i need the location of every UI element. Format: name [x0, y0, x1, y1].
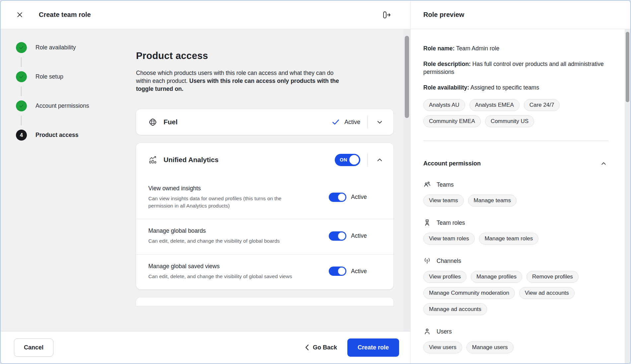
users-permission-chips: View users Manage users	[423, 341, 608, 353]
chevron-up-icon	[376, 156, 384, 164]
product-list: Fuel Active	[136, 109, 393, 306]
teams-permission-chips: View teams Manage teams	[423, 195, 608, 207]
analytics-product-icon	[148, 155, 157, 164]
product-card-header: Unified Analytics ON	[136, 143, 393, 177]
role-name-row: Role name: Team Admin role	[423, 44, 608, 52]
section-name: Teams	[437, 181, 454, 188]
permission-title: Manage global boards	[148, 227, 329, 234]
product-name: Unified Analytics	[164, 156, 219, 164]
permission-chip: Manage Community moderation	[423, 287, 515, 299]
permission-row-manage-global-saved-views: Manage global saved views Can edit, dele…	[136, 254, 393, 290]
permission-row-manage-global-boards: Manage global boards Can edit, delete, a…	[136, 219, 393, 254]
permission-chip: View users	[423, 341, 462, 353]
role-name-label: Role name:	[423, 45, 455, 52]
permission-chip: Manage profiles	[471, 271, 522, 283]
section-name: Team roles	[437, 219, 465, 226]
toggle-knob	[338, 232, 345, 240]
permission-chip: View team roles	[423, 233, 475, 245]
permission-chip: View teams	[423, 195, 464, 207]
create-team-role-dialog: Create team role Role preview Role avail…	[0, 0, 631, 364]
step-label: Role availability	[35, 44, 76, 51]
preview-scrollbar-thumb[interactable]	[626, 32, 629, 102]
step-complete-icon	[16, 71, 27, 82]
permission-toggle[interactable]	[329, 267, 346, 276]
collapse-section-button[interactable]	[599, 159, 608, 168]
step-complete-icon	[16, 42, 27, 53]
account-permission-header: Account permission	[423, 159, 608, 168]
permission-description: Can edit, delete, and change the visibil…	[148, 273, 298, 280]
dialog-footer: Cancel Go Back Create role	[1, 331, 410, 363]
collapse-product-button[interactable]	[375, 155, 385, 165]
collapse-preview-panel-button[interactable]	[381, 9, 393, 21]
assigned-teams-chips: Analysts AU Analysts EMEA Care 24/7 Comm…	[423, 99, 608, 127]
step-role-availability[interactable]: Role availability	[16, 42, 136, 53]
cancel-button[interactable]: Cancel	[14, 338, 53, 357]
step-connector	[21, 87, 22, 96]
expand-product-button[interactable]	[375, 117, 385, 127]
product-access-content: Product access Choose which products use…	[136, 29, 410, 331]
close-icon	[17, 12, 23, 18]
team-roles-permission-chips: View team roles Manage team roles	[423, 233, 608, 245]
wizard-body: Role availability Role setup Account per…	[1, 29, 410, 331]
permission-description: Can view insights data for owned profile…	[148, 195, 298, 209]
product-card-header: Fuel Active	[136, 109, 393, 135]
role-availability-value: Assigned to specific teams	[470, 84, 539, 91]
wizard-region: Role availability Role setup Account per…	[1, 29, 411, 363]
dialog-title: Create team role	[39, 11, 91, 19]
section-team-roles: Team roles	[423, 219, 608, 226]
step-complete-icon	[16, 100, 27, 111]
role-availability-label: Role availability:	[423, 84, 469, 91]
account-permission-title: Account permission	[423, 160, 481, 167]
team-chip: Analysts EMEA	[469, 99, 520, 111]
section-name: Channels	[437, 258, 461, 265]
preview-divider	[423, 141, 608, 141]
permission-title: Manage global saved views	[148, 263, 329, 270]
permission-toggle[interactable]	[329, 231, 346, 241]
permission-toggle[interactable]	[329, 193, 346, 202]
main-scrollbar-thumb[interactable]	[405, 36, 409, 118]
main-scrollbar-track	[403, 29, 410, 331]
role-preview-panel: Role name: Team Admin role Role descript…	[411, 29, 630, 363]
product-card-unified-analytics: Unified Analytics ON	[136, 143, 393, 289]
chevron-up-icon	[600, 160, 607, 167]
permission-row-view-owned-insights: View owned insights Can view insights da…	[136, 177, 393, 219]
step-role-setup[interactable]: Role setup	[16, 71, 136, 82]
step-number-badge: 4	[16, 130, 27, 141]
chevron-left-icon	[305, 344, 309, 351]
toggle-on-label: ON	[340, 157, 347, 162]
channels-icon	[423, 257, 431, 265]
dialog-header-left: Create team role	[1, 1, 411, 29]
step-label: Account permissions	[35, 102, 89, 109]
wizard-stepper: Role availability Role setup Account per…	[1, 29, 136, 331]
divider	[367, 116, 368, 128]
step-product-access[interactable]: 4 Product access	[16, 130, 136, 141]
preview-panel-header: Role preview	[411, 1, 630, 29]
permission-status: Active	[351, 232, 367, 239]
close-button[interactable]	[15, 10, 25, 20]
section-channels: Channels	[423, 257, 608, 265]
role-availability-row: Role availability: Assigned to specific …	[423, 84, 608, 91]
permission-description: Can edit, delete, and change the visibil…	[148, 237, 298, 245]
permission-chip: Manage ad accounts	[423, 303, 487, 315]
team-chip: Community US	[485, 115, 534, 127]
permission-title: View owned insights	[148, 185, 329, 192]
team-chip: Analysts AU	[423, 99, 465, 111]
create-role-button[interactable]: Create role	[347, 338, 399, 357]
preview-scrollbar-track	[625, 29, 630, 363]
toggle-knob	[338, 194, 345, 201]
active-check-icon	[331, 118, 340, 126]
toggle-knob	[338, 268, 345, 275]
product-toggle[interactable]: ON	[335, 154, 360, 166]
toggle-knob	[349, 155, 359, 165]
permission-chip: Manage teams	[468, 195, 517, 207]
dialog-header: Create team role Role preview	[1, 1, 630, 29]
step-account-permissions[interactable]: Account permissions	[16, 100, 136, 111]
step-connector	[21, 57, 22, 67]
go-back-button[interactable]: Go Back	[305, 344, 337, 351]
role-description-label: Role description:	[423, 61, 471, 67]
fuel-product-icon	[148, 118, 157, 127]
permission-status: Active	[351, 268, 367, 275]
section-users: Users	[423, 328, 608, 335]
channels-permission-chips: View profiles Manage profiles Remove pro…	[423, 271, 608, 315]
product-name: Fuel	[164, 118, 177, 126]
